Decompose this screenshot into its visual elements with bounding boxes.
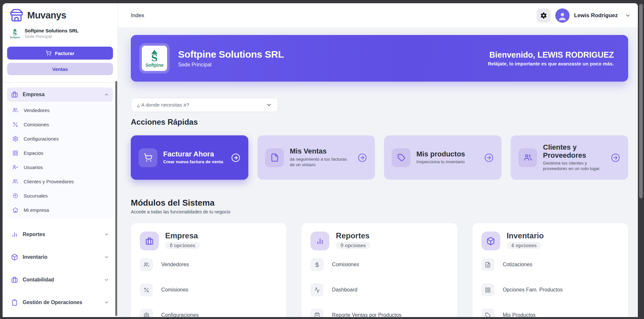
- percent-icon: [143, 287, 150, 293]
- users-icon: [524, 153, 532, 162]
- clipboard-icon: [11, 299, 18, 306]
- file-icon: [270, 153, 279, 162]
- window-scrollbar-thumb[interactable]: [639, 4, 643, 198]
- app-window: Muvanys S Softpine Softpine Solutions SR…: [3, 3, 638, 317]
- module-card-inventario: Inventario 4 opciones Cotizaciones Opcio…: [472, 223, 628, 317]
- activity-icon: [314, 287, 320, 293]
- quick-actions-heading: Acciones Rápidas: [131, 117, 628, 127]
- main-content: S Softpine Softpine Solutions SRL Sede P…: [118, 28, 638, 317]
- tag-icon: [485, 312, 491, 317]
- banner-company-block: Softpine Solutions SRL Sede Principal: [178, 49, 284, 68]
- modules-heading: Módulos del Sistema: [131, 197, 628, 208]
- user-icon: [558, 11, 567, 21]
- shopping-bag-icon: [314, 312, 320, 317]
- navigator-placeholder: ¿ A donde necesitas ir?: [137, 102, 189, 108]
- module-card-reportes: Reportes 9 opciones Comisiones Dashboard: [301, 223, 457, 317]
- chevron-down-icon: [104, 277, 109, 282]
- sidebar-section-empresa[interactable]: Empresa: [7, 87, 113, 102]
- sidebar-item-espacios[interactable]: Espacios: [7, 146, 113, 160]
- sidebar-item-clientes-proveedores[interactable]: Clientes y Proveedores: [7, 174, 113, 188]
- module-item-configuraciones[interactable]: Configuraciones: [140, 309, 277, 317]
- empresa-submenu: Vendedores Comisiones Configuraciones Es…: [7, 102, 113, 219]
- company-text: Softpine Solutions SRL Sede Principal: [25, 28, 79, 39]
- module-item-mis-productos[interactable]: Mis Productos: [481, 309, 619, 317]
- quick-card-mis-ventas[interactable]: Mis Ventas da seguimiento a tus facturas…: [257, 135, 375, 180]
- briefcase-icon: [145, 237, 154, 245]
- sidebar-section-reportes[interactable]: Reportes: [7, 227, 113, 242]
- chevron-down-icon: [104, 232, 109, 237]
- arrow-right-circle-icon: [611, 153, 620, 163]
- cart-icon: [144, 153, 153, 162]
- cart-icon: [46, 50, 51, 56]
- briefcase-icon: [11, 276, 18, 283]
- sidebar-item-mi-empresa[interactable]: Mi empresa: [7, 203, 113, 217]
- settings-button[interactable]: [537, 8, 551, 23]
- banner-welcome-text: Bienvenido, LEWIS RODRIGUEZ: [488, 50, 614, 60]
- svg-text:S: S: [13, 30, 17, 36]
- sidebar-item-comisiones[interactable]: Comisiones: [7, 117, 113, 131]
- bar-chart-icon: [11, 231, 18, 238]
- sidebar-item-configuraciones[interactable]: Configuraciones: [7, 131, 113, 146]
- ventas-label: Ventas: [52, 66, 68, 72]
- module-item-opciones-fam-productos[interactable]: Opciones Fam. Productos: [481, 283, 619, 296]
- module-item-reporte-ventas-productos[interactable]: Reporte Ventas por Productos: [311, 309, 448, 317]
- modules-subheading: Accede a todas las funcionalidades de tu…: [131, 209, 628, 215]
- grid-icon: [485, 287, 491, 293]
- sidebar-divider: [3, 82, 118, 83]
- quick-actions-row: Facturar Ahora Crear nueva factura de ve…: [131, 135, 628, 180]
- company-branch: Sede Principal: [25, 34, 79, 39]
- brand-name: Muvanys: [27, 10, 66, 21]
- page-title: Index: [131, 12, 144, 19]
- dollar-icon: [314, 262, 320, 268]
- facturar-button[interactable]: Facturar: [7, 47, 113, 60]
- sidebar-section-contabilidad[interactable]: Contabilidad: [7, 273, 113, 287]
- quick-card-mis-productos[interactable]: Mis productos Inspecciona tu inventario: [384, 135, 502, 180]
- gear-icon: [143, 312, 150, 317]
- module-item-cotizaciones[interactable]: Cotizaciones: [481, 258, 619, 271]
- gear-icon: [540, 12, 547, 19]
- chevron-down-icon: [104, 255, 109, 260]
- grid-icon: [12, 150, 18, 156]
- arrow-right-circle-icon: [484, 153, 494, 163]
- banner-tagline: Relájate, lo importante es que avanzaste…: [488, 61, 614, 66]
- sidebar-item-usuarios[interactable]: Usuarios: [7, 160, 113, 174]
- topbar: Index Lewis Rodriguez: [118, 3, 638, 28]
- module-item-dashboard[interactable]: Dashboard: [311, 283, 448, 296]
- company-info: S Softpine Softpine Solutions SRL Sede P…: [7, 28, 113, 39]
- company-name: Softpine Solutions SRL: [25, 28, 79, 33]
- modules-row: Empresa 8 opciones Vendedores Comisiones: [131, 223, 628, 317]
- percent-icon: [12, 121, 18, 128]
- tag-icon: [397, 153, 406, 162]
- sidebar-scrollbar-thumb[interactable]: [115, 81, 117, 316]
- sidebar-section-gestion-operaciones[interactable]: Gestión de Operaciones: [7, 295, 113, 310]
- quick-card-clientes-proveedores[interactable]: Clientes y Proveedores Gestiona tus clie…: [511, 135, 628, 180]
- sidebar-item-sucursales[interactable]: Sucursales: [7, 188, 113, 203]
- avatar[interactable]: [555, 8, 570, 23]
- chevron-down-icon[interactable]: [625, 13, 631, 18]
- users-icon: [12, 178, 18, 185]
- map-pin-icon: [12, 193, 18, 199]
- quick-card-facturar-ahora[interactable]: Facturar Ahora Crear nueva factura de ve…: [131, 135, 248, 180]
- facturar-label: Facturar: [55, 51, 74, 56]
- module-item-comisiones[interactable]: Comisiones: [311, 258, 448, 271]
- chevron-up-icon: [104, 92, 109, 97]
- user-check-icon: [12, 164, 18, 170]
- module-item-vendedores[interactable]: Vendedores: [140, 258, 277, 271]
- cube-icon: [486, 237, 495, 245]
- arrow-right-circle-icon: [357, 153, 367, 163]
- ventas-button[interactable]: Ventas: [7, 63, 113, 75]
- options-count-badge: 9 opciones: [336, 242, 370, 249]
- banner-welcome-block: Bienvenido, LEWIS RODRIGUEZ Relájate, lo…: [488, 50, 614, 66]
- softpine-tree-icon: S: [147, 49, 162, 62]
- users-icon: [12, 107, 18, 113]
- sidebar-section-inventario[interactable]: Inventario: [7, 250, 113, 264]
- sidebar-item-vendedores[interactable]: Vendedores: [7, 103, 113, 117]
- module-item-comisiones[interactable]: Comisiones: [140, 283, 277, 296]
- user-name[interactable]: Lewis Rodriguez: [574, 12, 618, 19]
- file-text-icon: [485, 262, 491, 268]
- navigator-select[interactable]: ¿ A donde necesitas ir?: [131, 98, 278, 112]
- svg-text:S: S: [151, 52, 158, 62]
- module-card-empresa: Empresa 8 opciones Vendedores Comisiones: [131, 223, 287, 317]
- company-logo: S Softpine: [10, 28, 20, 39]
- section-label: Empresa: [23, 92, 45, 97]
